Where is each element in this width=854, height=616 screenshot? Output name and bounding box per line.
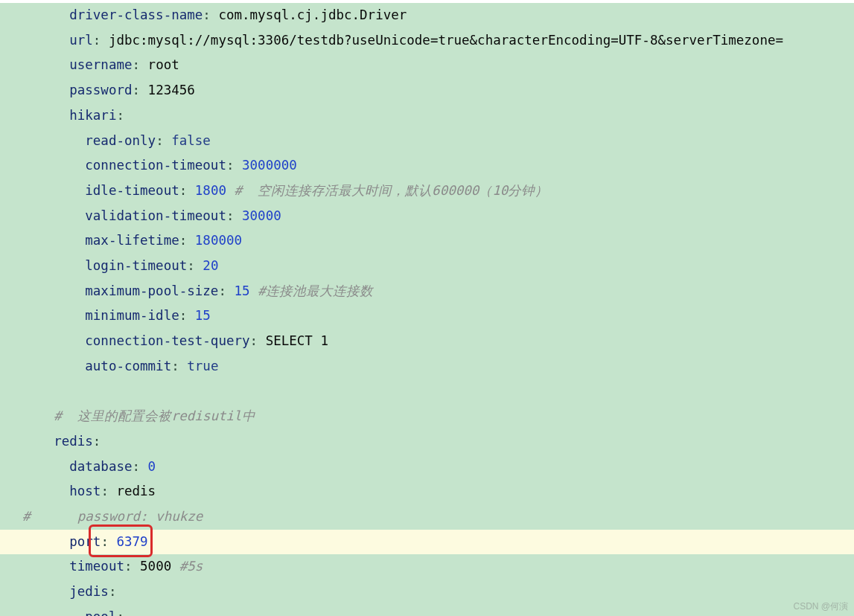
yaml-code-block: driver-class-name: com.mysql.cj.jdbc.Dri… (0, 0, 854, 616)
code-line: # 这里的配置会被redisutil中 (0, 404, 854, 429)
code-line: port: 6379 (0, 530, 854, 555)
code-line (0, 379, 854, 405)
code-line: idle-timeout: 1800 # 空闲连接存活最大时间，默认600000… (0, 179, 854, 204)
code-line: connection-test-query: SELECT 1 (0, 329, 854, 354)
code-line: max-lifetime: 180000 (0, 228, 854, 254)
code-line: timeout: 5000 #5s (0, 554, 854, 580)
code-viewport: driver-class-name: com.mysql.cj.jdbc.Dri… (0, 0, 854, 616)
code-line: username: root (0, 53, 854, 78)
code-line: pool: (0, 605, 854, 616)
code-line: auto-commit: true (0, 354, 854, 379)
code-line: login-timeout: 20 (0, 254, 854, 279)
code-line: minimum-idle: 15 (0, 304, 854, 329)
code-line: redis: (0, 429, 854, 455)
code-line: read-only: false (0, 129, 854, 154)
code-line: host: redis (0, 479, 854, 504)
code-line: maximum-pool-size: 15 #连接池最大连接数 (0, 279, 854, 304)
code-line: password: 123456 (0, 78, 854, 103)
code-line: validation-timeout: 30000 (0, 204, 854, 229)
code-line: url: jdbc:mysql://mysql:3306/testdb?useU… (0, 28, 854, 54)
watermark: CSDN @何演 (793, 600, 848, 613)
code-line: jedis: (0, 580, 854, 605)
code-line: driver-class-name: com.mysql.cj.jdbc.Dri… (0, 3, 854, 28)
code-line: database: 0 (0, 455, 854, 480)
code-line: # password: vhukze (0, 504, 854, 530)
code-line: connection-timeout: 3000000 (0, 153, 854, 179)
code-line: hikari: (0, 103, 854, 129)
